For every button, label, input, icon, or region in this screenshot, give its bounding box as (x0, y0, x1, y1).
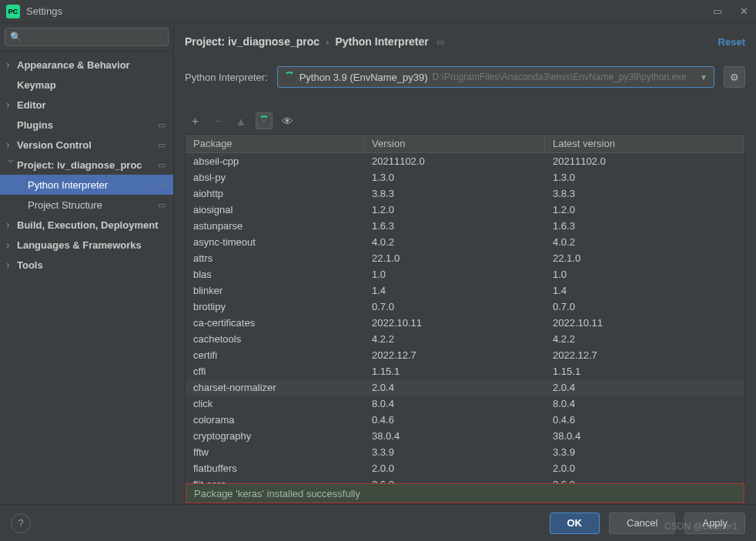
sidebar-item[interactable]: Project: iv_diagnose_proc▭ (0, 155, 173, 175)
eye-icon: 👁 (282, 115, 293, 128)
refresh-button[interactable] (256, 112, 273, 129)
app-icon: PC (6, 5, 20, 18)
window-title: Settings (26, 5, 711, 17)
chevron-down-icon: ▼ (700, 73, 707, 82)
add-package-button[interactable]: ＋ (186, 112, 203, 129)
table-row[interactable]: abseil-cpp20211102.020211102.0 (186, 153, 744, 169)
project-badge-icon: ▭ (158, 120, 166, 130)
sidebar-item-label: Editor (17, 99, 46, 111)
sidebar-item[interactable]: Python Interpreter▭ (0, 175, 173, 195)
column-header-version[interactable]: Version (364, 135, 545, 152)
packages-table: Package Version Latest version abseil-cp… (185, 134, 745, 504)
show-early-releases-button[interactable]: 👁 (279, 112, 296, 129)
title-bar: PC Settings ▭ ✕ (0, 0, 756, 23)
table-row[interactable]: blinker1.41.4 (186, 282, 744, 299)
gear-icon: ⚙ (730, 72, 739, 83)
window-close-icon[interactable]: ✕ (738, 5, 750, 18)
dialog-footer: ? OK Cancel Apply (0, 504, 756, 541)
package-toolbar: ＋ － ▲ 👁 (185, 109, 745, 132)
sidebar-item[interactable]: Keymap (0, 75, 173, 95)
search-input[interactable]: 🔍 (5, 28, 169, 46)
sidebar-item[interactable]: Version Control▭ (0, 135, 173, 155)
search-icon: 🔍 (10, 32, 22, 42)
table-row[interactable]: ca-certificates2022.10.112022.10.11 (186, 315, 744, 331)
sidebar-item-label: Appearance & Behavior (17, 59, 130, 71)
column-header-latest[interactable]: Latest version (545, 135, 744, 152)
project-badge-icon: ▭ (158, 160, 166, 170)
table-row[interactable]: flatbuffers2.0.02.0.0 (186, 460, 744, 476)
settings-sidebar: 🔍 Appearance & BehaviorKeymapEditorPlugi… (0, 23, 174, 504)
breadcrumb: Project: iv_diagnose_proc › Python Inter… (185, 31, 745, 52)
table-row[interactable]: async-timeout4.0.24.0.2 (186, 234, 744, 250)
column-header-package[interactable]: Package (186, 135, 364, 152)
status-message: Package 'keras' installed successfully (194, 488, 360, 499)
loading-spinner-icon (284, 72, 295, 82)
sidebar-item[interactable]: Appearance & Behavior (0, 55, 173, 75)
sidebar-item[interactable]: Tools (0, 255, 173, 275)
project-badge-icon: ▭ (158, 200, 166, 210)
project-badge-icon: ▭ (158, 140, 166, 150)
upgrade-package-button[interactable]: ▲ (232, 112, 249, 129)
interpreter-label: Python Interpreter: (185, 72, 268, 83)
minus-icon: － (212, 114, 224, 129)
sidebar-item-label: Keymap (17, 79, 56, 91)
sidebar-item[interactable]: Project Structure▭ (0, 195, 173, 215)
sidebar-item[interactable]: Languages & Frameworks (0, 235, 173, 255)
project-badge-icon: ▭ (437, 37, 444, 47)
table-row[interactable]: brotlipy0.7.00.7.0 (186, 299, 744, 315)
main-panel: Project: iv_diagnose_proc › Python Inter… (174, 23, 756, 504)
table-row[interactable]: cachetools4.2.24.2.2 (186, 331, 744, 347)
table-row[interactable]: cffi1.15.11.15.1 (186, 363, 744, 379)
loading-spinner-icon (259, 115, 269, 126)
table-row[interactable]: click8.0.48.0.4 (186, 396, 744, 412)
apply-button[interactable]: Apply (684, 513, 745, 534)
project-badge-icon: ▭ (158, 180, 166, 190)
settings-tree: Appearance & BehaviorKeymapEditorPlugins… (0, 52, 173, 504)
table-row[interactable]: charset-normalizer2.0.42.0.4 (186, 379, 744, 396)
table-row[interactable]: flit-core3.6.03.6.0 (186, 476, 744, 483)
table-row[interactable]: aiosignal1.2.01.2.0 (186, 202, 744, 218)
ok-button[interactable]: OK (550, 513, 600, 534)
help-button[interactable]: ? (11, 513, 31, 533)
table-row[interactable]: attrs22.1.022.1.0 (186, 250, 744, 266)
table-row[interactable]: aiohttp3.8.33.8.3 (186, 185, 744, 202)
table-row[interactable]: cryptography38.0.438.0.4 (186, 428, 744, 444)
sidebar-item-label: Project Structure (28, 199, 102, 211)
table-row[interactable]: absl-py1.3.01.3.0 (186, 169, 744, 185)
table-row[interactable]: certifi2022.12.72022.12.7 (186, 347, 744, 363)
plus-icon: ＋ (189, 114, 201, 129)
sidebar-item-label: Project: iv_diagnose_proc (17, 159, 142, 171)
table-row[interactable]: blas1.01.0 (186, 266, 744, 282)
sidebar-item-label: Build, Execution, Deployment (17, 219, 158, 231)
up-arrow-icon: ▲ (236, 115, 247, 128)
sidebar-item-label: Languages & Frameworks (17, 239, 142, 251)
help-icon: ? (18, 517, 23, 529)
breadcrumb-root: Project: iv_diagnose_proc (185, 35, 319, 48)
interpreter-settings-button[interactable]: ⚙ (724, 66, 745, 88)
sidebar-item-label: Python Interpreter (28, 179, 108, 191)
window-presentation-icon[interactable]: ▭ (711, 5, 724, 18)
sidebar-item-label: Version Control (17, 139, 92, 151)
sidebar-item[interactable]: Plugins▭ (0, 115, 173, 135)
sidebar-item[interactable]: Build, Execution, Deployment (0, 215, 173, 235)
remove-package-button[interactable]: － (209, 112, 226, 129)
breadcrumb-leaf: Python Interpreter (335, 35, 428, 48)
cancel-button[interactable]: Cancel (609, 513, 675, 534)
status-bar: Package 'keras' installed successfully (186, 483, 744, 503)
table-row[interactable]: colorama0.4.60.4.6 (186, 412, 744, 428)
interpreter-select[interactable]: Python 3.9 (EnvName_py39) D:\ProgramFile… (277, 66, 714, 88)
sidebar-item[interactable]: Editor (0, 95, 173, 115)
table-row[interactable]: astunparse1.6.31.6.3 (186, 218, 744, 234)
sidebar-item-label: Tools (17, 259, 43, 271)
reset-link[interactable]: Reset (718, 36, 745, 48)
table-row[interactable]: fftw3.3.93.3.9 (186, 444, 744, 460)
sidebar-item-label: Plugins (17, 119, 53, 131)
